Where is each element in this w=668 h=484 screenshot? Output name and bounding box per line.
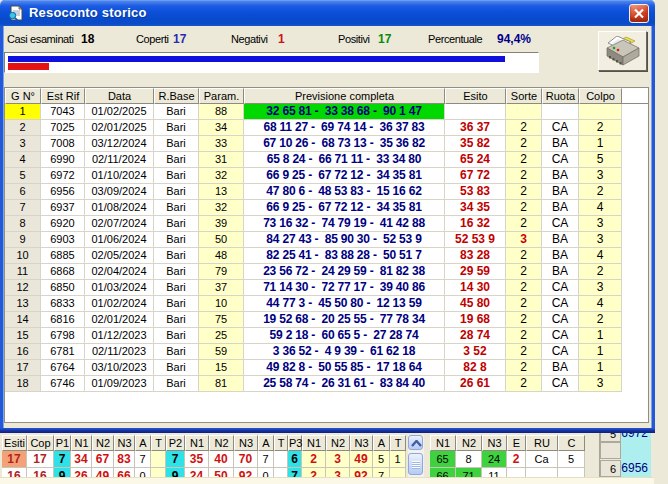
cell-gn[interactable]: 11 (5, 264, 41, 280)
cell-param[interactable]: 37 (199, 280, 244, 296)
bottom-cell[interactable]: Ca (526, 451, 558, 468)
bottom-cell[interactable]: 49 (350, 451, 373, 468)
bottom-cell[interactable]: 7 (258, 451, 274, 468)
cell-esito[interactable]: 82 8 (445, 360, 506, 376)
bottom-cell[interactable]: 17 (2, 451, 27, 468)
cell-sorte[interactable]: 2 (506, 136, 542, 152)
cell-colpo[interactable]: 3 (579, 280, 622, 296)
cell-param[interactable]: 33 (199, 136, 244, 152)
cell-colpo[interactable]: 4 (579, 248, 622, 264)
bottom-cell[interactable]: 7 (54, 451, 71, 468)
cell-ruota[interactable]: BA (542, 200, 579, 216)
cell-gn[interactable]: 9 (5, 232, 41, 248)
cell-gn[interactable]: 12 (5, 280, 41, 296)
cell-prev[interactable]: 47 80 6 - 48 53 83 - 15 16 62 (244, 184, 445, 200)
cell-est[interactable]: 6920 (41, 216, 85, 232)
cell-param[interactable]: 48 (199, 248, 244, 264)
cell-colpo[interactable]: 2 (579, 312, 622, 328)
cell-colpo[interactable]: 1 (579, 328, 622, 344)
bottom-cell[interactable]: 40 (209, 451, 234, 468)
cell-colpo[interactable]: 2 (579, 184, 622, 200)
cell-colpo[interactable]: 3 (579, 168, 622, 184)
grid-row-18[interactable]: 18674601/09/2023Bari8125 58 74 - 26 31 6… (5, 376, 648, 392)
cell-rbase[interactable]: Bari (154, 200, 199, 216)
cell-sorte[interactable]: 2 (506, 184, 542, 200)
cell-ruota[interactable]: CA (542, 120, 579, 136)
grid-row-1[interactable]: 1704301/02/2025Bari8832 65 81 - 33 38 68… (5, 104, 648, 120)
cell-ruota[interactable]: CA (542, 344, 579, 360)
cell-rbase[interactable]: Bari (154, 344, 199, 360)
cell-colpo[interactable]: 1 (579, 344, 622, 360)
cell-est[interactable]: 6885 (41, 248, 85, 264)
cell-param[interactable]: 10 (199, 296, 244, 312)
close-button[interactable] (629, 4, 649, 23)
cell-est[interactable]: 6956 (41, 184, 85, 200)
grid-row-3[interactable]: 3700803/12/2024Bari3367 10 26 - 68 73 13… (5, 136, 648, 152)
cell-prev[interactable]: 23 56 72 - 24 29 59 - 81 82 38 (244, 264, 445, 280)
cell-sorte[interactable]: 2 (506, 344, 542, 360)
cell-gn[interactable]: 6 (5, 184, 41, 200)
bottom-cell[interactable]: 3 (326, 451, 350, 468)
cell-prev[interactable]: 71 14 30 - 72 77 17 - 39 40 86 (244, 280, 445, 296)
cell-sorte[interactable]: 2 (506, 312, 542, 328)
cell-data[interactable]: 01/06/2024 (85, 232, 154, 248)
cell-esito[interactable]: 65 24 (445, 152, 506, 168)
cell-sorte[interactable]: 2 (506, 216, 542, 232)
cell-gn[interactable]: 15 (5, 328, 41, 344)
cell-est[interactable]: 6990 (41, 152, 85, 168)
cell-esito[interactable]: 26 61 (445, 376, 506, 392)
cell-ruota[interactable]: BA (542, 232, 579, 248)
cell-rbase[interactable]: Bari (154, 328, 199, 344)
cell-rbase[interactable]: Bari (154, 232, 199, 248)
grid-row-2[interactable]: 2702502/01/2025Bari3468 11 27 - 69 74 14… (5, 120, 648, 136)
cell-param[interactable]: 34 (199, 120, 244, 136)
bottom-cell[interactable]: 1 (390, 451, 406, 468)
cell-rbase[interactable]: Bari (154, 216, 199, 232)
grid-row-13[interactable]: 13683301/02/2024Bari1044 77 3 - 45 50 80… (5, 296, 648, 312)
cell-gn[interactable]: 2 (5, 120, 41, 136)
cell-est[interactable]: 6972 (41, 168, 85, 184)
cell-colpo[interactable]: 3 (579, 376, 622, 392)
cell-data[interactable]: 03/10/2023 (85, 360, 154, 376)
cell-sorte[interactable]: 2 (506, 168, 542, 184)
cell-est[interactable]: 6833 (41, 296, 85, 312)
cell-prev[interactable]: 59 2 18 - 60 65 5 - 27 28 74 (244, 328, 445, 344)
cell-est[interactable]: 6868 (41, 264, 85, 280)
cell-param[interactable]: 32 (199, 200, 244, 216)
cell-data[interactable]: 03/09/2024 (85, 184, 154, 200)
cell-param[interactable]: 39 (199, 216, 244, 232)
cell-rbase[interactable]: Bari (154, 296, 199, 312)
cell-rbase[interactable]: Bari (154, 376, 199, 392)
cell-prev[interactable]: 3 36 52 - 4 9 39 - 61 62 18 (244, 344, 445, 360)
cell-param[interactable]: 88 (199, 104, 244, 120)
cell-esito[interactable]: 67 72 (445, 168, 506, 184)
grid-row-12[interactable]: 12685001/03/2024Bari3771 14 30 - 72 77 1… (5, 280, 648, 296)
cell-prev[interactable]: 65 8 24 - 66 71 11 - 33 34 80 (244, 152, 445, 168)
cell-esito[interactable]: 3 52 (445, 344, 506, 360)
cell-colpo[interactable]: 4 (579, 200, 622, 216)
cell-gn[interactable]: 7 (5, 200, 41, 216)
bottom-cell[interactable]: 67 (92, 451, 114, 468)
cell-prev[interactable]: 32 65 81 - 33 38 68 - 90 1 47 (244, 104, 445, 120)
bottom-cell[interactable]: 7 (166, 451, 185, 468)
cell-prev[interactable]: 49 82 8 - 50 55 85 - 17 18 64 (244, 360, 445, 376)
cell-rbase[interactable]: Bari (154, 248, 199, 264)
grid-row-16[interactable]: 16678102/11/2023Bari593 36 52 - 4 9 39 -… (5, 344, 648, 360)
cell-gn[interactable]: 10 (5, 248, 41, 264)
grid-row-17[interactable]: 17676403/10/2023Bari1549 82 8 - 50 55 85… (5, 360, 648, 376)
background-vertical-scrollbar[interactable] (408, 435, 424, 477)
cell-esito[interactable]: 53 83 (445, 184, 506, 200)
cell-sorte[interactable]: 2 (506, 264, 542, 280)
cell-sorte[interactable]: 2 (506, 248, 542, 264)
cell-param[interactable]: 75 (199, 312, 244, 328)
cell-ruota[interactable]: CA (542, 152, 579, 168)
cell-rbase[interactable]: Bari (154, 152, 199, 168)
cell-prev[interactable]: 84 27 43 - 85 90 30 - 52 53 9 (244, 232, 445, 248)
cell-data[interactable]: 01/08/2024 (85, 200, 154, 216)
cell-data[interactable]: 02/01/2025 (85, 120, 154, 136)
cell-param[interactable]: 15 (199, 360, 244, 376)
cell-est[interactable]: 6903 (41, 232, 85, 248)
cell-esito[interactable]: 19 68 (445, 312, 506, 328)
cell-prev[interactable]: 82 25 41 - 83 88 28 - 50 51 7 (244, 248, 445, 264)
bottom-cell[interactable]: 17 (27, 451, 54, 468)
